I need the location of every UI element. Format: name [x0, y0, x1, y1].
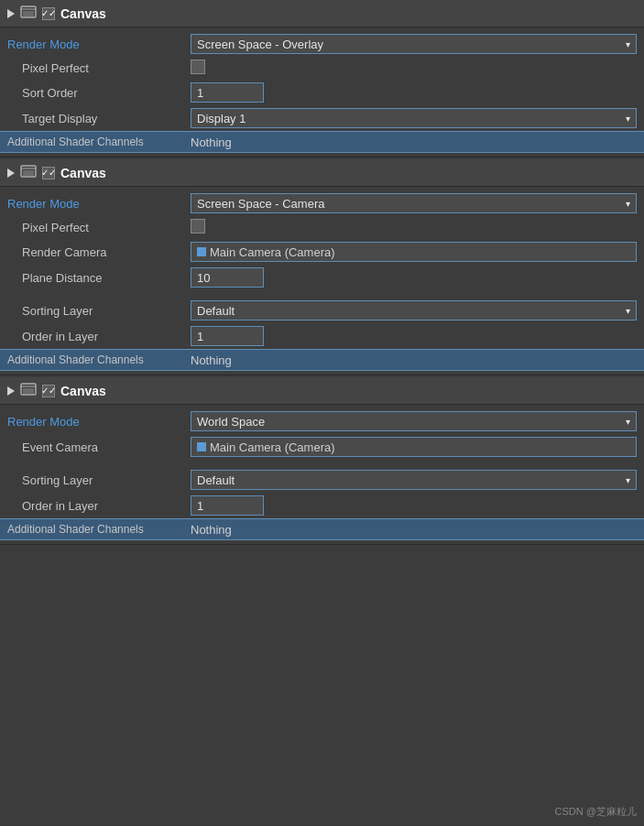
panel-enabled-checkbox[interactable]: ✓ [42, 7, 55, 20]
additional-shader-value: Nothing [191, 523, 637, 537]
number-field[interactable]: 1 [191, 326, 264, 346]
dropdown-field[interactable]: Default▾ [191, 300, 637, 321]
field-row: Render ModeWorld Space▾ [0, 408, 644, 434]
field-row: Additional Shader ChannelsNothing [0, 131, 644, 153]
field-label: Event Camera [7, 440, 191, 454]
field-row: Render CameraMain Camera (Camera) [0, 239, 644, 265]
panel-body: Render ModeWorld Space▾Event CameraMain … [0, 405, 644, 544]
field-row: Pixel Perfect [0, 216, 644, 239]
field-label: Target Display [7, 112, 191, 125]
field-row: Sorting LayerDefault▾ [0, 298, 644, 323]
field-label: Sorting Layer [7, 473, 191, 487]
svg-rect-2 [23, 11, 34, 16]
additional-shader-label: Additional Shader Channels [7, 353, 191, 366]
field-row: Sort Order1 [0, 80, 644, 105]
panel-title: Canvas [60, 166, 106, 180]
watermark: CSDN @芝麻粒儿 [555, 805, 637, 819]
field-label: Render Mode [7, 415, 191, 429]
additional-shader-value: Nothing [191, 136, 637, 149]
additional-shader-label: Additional Shader Channels [7, 136, 191, 148]
dropdown-field[interactable]: Default▾ [191, 470, 637, 490]
number-field[interactable]: 1 [191, 495, 264, 516]
field-row: Render ModeScreen Space - Camera▾ [0, 190, 644, 216]
canvas-icon [20, 165, 37, 180]
panel-title: Canvas [60, 6, 106, 21]
collapse-triangle-icon [7, 386, 15, 396]
svg-rect-5 [23, 170, 34, 176]
canvas-panel: ✓CanvasRender ModeScreen Space - Camera▾… [0, 159, 644, 375]
camera-object-label: Main Camera (Camera) [210, 440, 335, 454]
camera-small-icon [197, 247, 206, 256]
field-label: Order in Layer [7, 330, 191, 343]
field-label: Render Mode [7, 38, 191, 51]
panel-header[interactable]: ✓Canvas [0, 0, 644, 27]
field-row: Order in Layer1 [0, 493, 644, 518]
field-label: Render Mode [7, 197, 191, 211]
field-row: Render ModeScreen Space - Overlay▾ [0, 31, 644, 57]
canvas-icon [20, 383, 37, 398]
panel-enabled-checkbox[interactable]: ✓ [42, 385, 55, 397]
additional-shader-value: Nothing [191, 353, 637, 367]
dropdown-field[interactable]: Display 1▾ [191, 108, 637, 128]
number-field[interactable]: 10 [191, 267, 264, 288]
field-row: Pixel Perfect [0, 57, 644, 80]
field-row: Order in Layer1 [0, 323, 644, 349]
camera-object-field[interactable]: Main Camera (Camera) [191, 242, 637, 262]
field-label: Pixel Perfect [7, 221, 191, 234]
collapse-triangle-icon [7, 168, 15, 178]
camera-object-label: Main Camera (Camera) [210, 245, 335, 259]
dropdown-field[interactable]: Screen Space - Overlay▾ [191, 34, 637, 54]
canvas-panel: ✓CanvasRender ModeWorld Space▾Event Came… [0, 377, 644, 545]
field-label: Order in Layer [7, 499, 191, 513]
field-label: Sorting Layer [7, 304, 191, 318]
panel-header[interactable]: ✓Canvas [0, 377, 644, 405]
field-label: Pixel Perfect [7, 61, 191, 75]
field-row: Plane Distance10 [0, 265, 644, 290]
panel-body: Render ModeScreen Space - Camera▾Pixel P… [0, 187, 644, 375]
field-row: Additional Shader ChannelsNothing [0, 349, 644, 371]
camera-small-icon [197, 442, 206, 451]
field-row [0, 460, 644, 467]
dropdown-field[interactable]: World Space▾ [191, 411, 637, 431]
panel-title: Canvas [60, 384, 106, 398]
field-row: Sorting LayerDefault▾ [0, 467, 644, 493]
checkbox-field[interactable] [191, 60, 205, 74]
canvas-icon [20, 5, 37, 21]
field-label: Plane Distance [7, 271, 191, 285]
field-label: Sort Order [7, 86, 191, 100]
field-row: Event CameraMain Camera (Camera) [0, 434, 644, 460]
canvas-panel: ✓CanvasRender ModeScreen Space - Overlay… [0, 0, 644, 158]
number-field[interactable]: 1 [191, 82, 264, 103]
field-row: Target DisplayDisplay 1▾ [0, 105, 644, 131]
collapse-triangle-icon [7, 9, 15, 18]
svg-rect-8 [23, 388, 34, 394]
additional-shader-label: Additional Shader Channels [7, 523, 191, 536]
camera-object-field[interactable]: Main Camera (Camera) [191, 437, 637, 457]
dropdown-field[interactable]: Screen Space - Camera▾ [191, 193, 637, 213]
field-row: Additional Shader ChannelsNothing [0, 518, 644, 540]
field-label: Render Camera [7, 245, 191, 259]
field-row [0, 290, 644, 298]
panel-enabled-checkbox[interactable]: ✓ [42, 167, 55, 179]
checkbox-field[interactable] [191, 219, 205, 234]
panel-body: Render ModeScreen Space - Overlay▾Pixel … [0, 27, 644, 157]
panel-header[interactable]: ✓Canvas [0, 159, 644, 187]
